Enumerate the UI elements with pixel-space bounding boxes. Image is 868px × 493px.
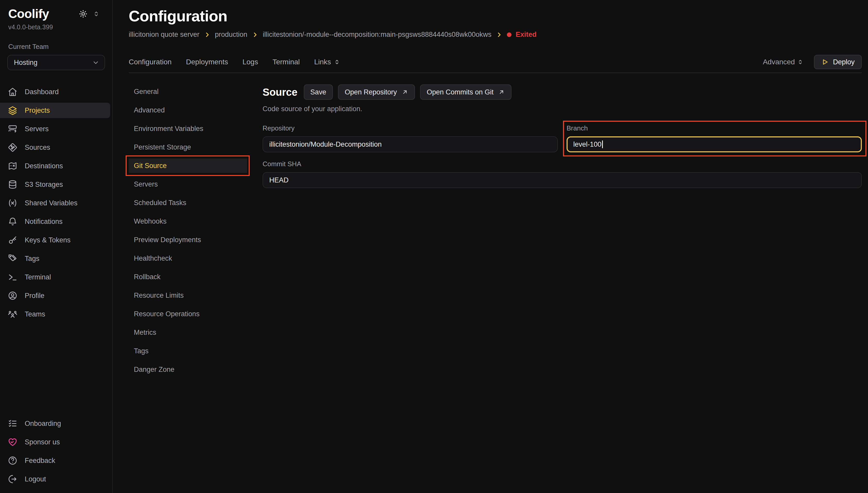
sidebar-item-label: Servers xyxy=(25,125,49,133)
external-link-icon xyxy=(498,89,505,95)
subnav-item-servers[interactable]: Servers xyxy=(129,177,247,191)
subnav-item-resource-operations[interactable]: Resource Operations xyxy=(129,307,247,321)
subnav-item-advanced[interactable]: Advanced xyxy=(129,103,247,117)
subnav-item-scheduled-tasks[interactable]: Scheduled Tasks xyxy=(129,196,247,210)
subnav-item-danger-zone[interactable]: Danger Zone xyxy=(129,362,247,377)
deploy-button[interactable]: Deploy xyxy=(814,55,862,69)
deploy-label: Deploy xyxy=(833,58,854,66)
text-cursor xyxy=(602,141,603,148)
git-source-icon xyxy=(8,143,18,152)
breadcrumb-environment[interactable]: production xyxy=(215,30,247,39)
sidebar-item-destinations[interactable]: Destinations xyxy=(0,158,110,174)
layers-icon xyxy=(8,106,18,115)
subnav-git-source-wrap: Git Source xyxy=(129,158,247,173)
help-circle-icon xyxy=(8,456,18,466)
open-commits-button[interactable]: Open Commits on Git xyxy=(420,84,512,100)
chevron-down-icon xyxy=(92,59,99,66)
subnav-item-metrics[interactable]: Metrics xyxy=(129,325,247,340)
logout-icon xyxy=(8,474,18,484)
chevron-right-icon xyxy=(252,31,258,38)
subnav-item-preview-deployments[interactable]: Preview Deployments xyxy=(129,233,247,247)
subnav-item-healthcheck[interactable]: Healthcheck xyxy=(129,251,247,265)
app-version: v4.0.0-beta.399 xyxy=(0,23,112,31)
sidebar-item-logout[interactable]: Logout xyxy=(0,471,110,487)
open-repository-button[interactable]: Open Repository xyxy=(338,84,415,100)
tab-links[interactable]: Links xyxy=(314,58,340,66)
open-commits-label: Open Commits on Git xyxy=(427,88,494,96)
source-description: Code source of your application. xyxy=(262,105,862,113)
users-icon xyxy=(8,309,18,319)
database-icon xyxy=(8,179,18,189)
theme-toggle-button[interactable] xyxy=(79,9,87,18)
configuration-subnav: General Advanced Environment Variables P… xyxy=(129,84,247,493)
breadcrumb-project[interactable]: illicitonion quote server xyxy=(129,30,199,39)
sidebar-item-label: Shared Variables xyxy=(25,199,78,207)
branch-input[interactable]: level-100 xyxy=(567,136,862,152)
subnav-item-environment-variables[interactable]: Environment Variables xyxy=(129,122,247,136)
checklist-icon xyxy=(8,419,18,428)
advanced-menu[interactable]: Advanced xyxy=(763,58,804,66)
sidebar-item-tags[interactable]: Tags xyxy=(0,251,110,266)
chevrons-up-down-icon xyxy=(334,59,340,65)
external-link-icon xyxy=(402,89,408,95)
sidebar-item-label: Profile xyxy=(25,292,44,300)
breadcrumb-application[interactable]: illicitestonion/-module--decomposition:m… xyxy=(263,30,491,39)
commit-sha-input[interactable]: HEAD xyxy=(262,172,862,188)
subnav-item-git-source[interactable]: Git Source xyxy=(129,158,247,173)
tab-configuration[interactable]: Configuration xyxy=(129,58,172,66)
subnav-item-resource-limits[interactable]: Resource Limits xyxy=(129,288,247,303)
user-circle-icon xyxy=(8,291,18,301)
sidebar-item-servers[interactable]: Servers xyxy=(0,121,110,137)
version-switcher-button[interactable] xyxy=(93,10,100,18)
status-badge[interactable]: Exited xyxy=(507,30,536,39)
sidebar-item-notifications[interactable]: Notifications xyxy=(0,214,110,229)
main-area: Configuration illicitonion quote server … xyxy=(113,0,868,493)
branch-label: Branch xyxy=(567,124,862,132)
sidebar-item-profile[interactable]: Profile xyxy=(0,288,110,303)
sidebar-item-label: S3 Storages xyxy=(25,180,63,189)
sidebar-item-projects[interactable]: Projects xyxy=(0,103,110,118)
tab-deployments[interactable]: Deployments xyxy=(186,58,228,66)
branch-value: level-100 xyxy=(573,141,601,148)
subnav-item-tags[interactable]: Tags xyxy=(129,344,247,358)
repository-label: Repository xyxy=(262,124,558,132)
subnav-item-webhooks[interactable]: Webhooks xyxy=(129,214,247,229)
save-button[interactable]: Save xyxy=(304,84,333,100)
sidebar-item-label: Projects xyxy=(25,107,50,114)
sidebar-item-label: Tags xyxy=(25,255,39,263)
sidebar-item-teams[interactable]: Teams xyxy=(0,306,110,322)
app-logo[interactable]: Coolify xyxy=(8,7,49,21)
sidebar-item-terminal[interactable]: Terminal xyxy=(0,270,110,285)
server-icon xyxy=(8,124,18,134)
sidebar-item-sponsor-us[interactable]: Sponsor us xyxy=(0,434,110,450)
sidebar-item-dashboard[interactable]: Dashboard xyxy=(0,84,110,100)
sidebar-item-label: Notifications xyxy=(25,218,63,226)
sidebar-nav: Dashboard Projects Servers Sources Desti… xyxy=(0,84,112,322)
coolify-app: Coolify v4.0.0-beta.399 Current Team Hos… xyxy=(0,0,868,493)
save-label: Save xyxy=(311,88,326,96)
terminal-icon xyxy=(8,272,18,282)
sidebar-item-label: Terminal xyxy=(25,273,51,281)
sidebar-item-shared-variables[interactable]: Shared Variables xyxy=(0,195,110,211)
subnav-item-general[interactable]: General xyxy=(129,84,247,99)
branch-field: Branch level-100 xyxy=(567,124,862,152)
sidebar-item-onboarding[interactable]: Onboarding xyxy=(0,416,110,431)
team-select[interactable]: Hosting xyxy=(7,55,105,70)
sidebar-item-s3-storages[interactable]: S3 Storages xyxy=(0,177,110,192)
subnav-item-rollback[interactable]: Rollback xyxy=(129,270,247,284)
tab-logs[interactable]: Logs xyxy=(242,58,258,66)
repository-input[interactable]: illicitestonion/Module-Decomposition xyxy=(262,136,558,152)
sidebar-item-feedback[interactable]: Feedback xyxy=(0,453,110,468)
tab-terminal[interactable]: Terminal xyxy=(273,58,300,66)
sidebar-item-sources[interactable]: Sources xyxy=(0,140,110,155)
page-title: Configuration xyxy=(129,7,862,25)
tabs-row: Configuration Deployments Logs Terminal … xyxy=(129,51,862,73)
team-select-value: Hosting xyxy=(14,59,38,67)
tabs: Configuration Deployments Logs Terminal … xyxy=(129,58,340,66)
play-icon xyxy=(821,58,829,66)
sidebar-item-keys-tokens[interactable]: Keys & Tokens xyxy=(0,232,110,248)
configuration-content: General Advanced Environment Variables P… xyxy=(129,84,862,493)
subnav-item-persistent-storage[interactable]: Persistent Storage xyxy=(129,140,247,154)
sidebar-item-label: Dashboard xyxy=(25,88,59,96)
variables-icon xyxy=(8,198,18,208)
